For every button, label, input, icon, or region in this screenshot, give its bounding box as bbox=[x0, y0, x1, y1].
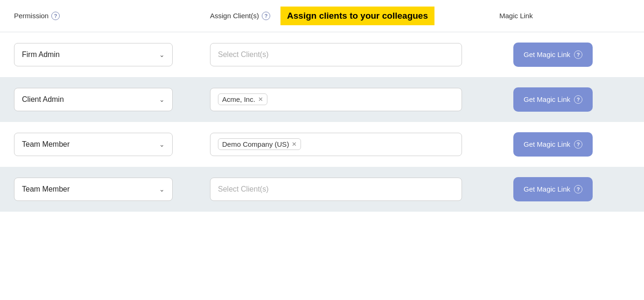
magic-link-button-1[interactable]: Get Magic Link ? bbox=[513, 43, 593, 67]
table-row: Team Member ⌄ Select Client(s) Get Magic… bbox=[0, 167, 644, 212]
permission-header: Permission ? bbox=[14, 7, 210, 25]
magic-link-cell: Get Magic Link ? bbox=[499, 132, 630, 157]
client-tag-demo: Demo Company (US) ✕ bbox=[218, 138, 301, 150]
magic-link-button-2-label: Get Magic Link bbox=[524, 95, 570, 103]
client-tag-acme-remove[interactable]: ✕ bbox=[258, 96, 263, 103]
table-row: Client Admin ⌄ Acme, Inc. ✕ Get Magic Li… bbox=[0, 77, 644, 122]
assign-clients-help-icon[interactable]: ? bbox=[262, 12, 270, 20]
permission-select-4[interactable]: Team Member ⌄ bbox=[14, 178, 173, 201]
client-select-1[interactable]: Select Client(s) bbox=[210, 43, 462, 66]
magic-link-help-icon-3: ? bbox=[574, 140, 582, 149]
magic-link-header: Magic Link bbox=[499, 7, 630, 25]
table-row: Firm Admin ⌄ Select Client(s) Get Magic … bbox=[0, 32, 644, 77]
magic-link-cell: Get Magic Link ? bbox=[499, 43, 630, 67]
chevron-down-icon: ⌄ bbox=[159, 51, 165, 58]
magic-link-button-2[interactable]: Get Magic Link ? bbox=[513, 87, 593, 112]
magic-link-cell: Get Magic Link ? bbox=[499, 87, 630, 112]
client-tag-demo-remove[interactable]: ✕ bbox=[292, 141, 297, 148]
client-cell: Select Client(s) bbox=[210, 43, 499, 66]
magic-link-header-label: Magic Link bbox=[499, 12, 533, 20]
client-cell: Acme, Inc. ✕ bbox=[210, 88, 499, 111]
client-tag-acme-label: Acme, Inc. bbox=[222, 95, 255, 103]
main-table: Permission ? Assign Client(s) ? Assign c… bbox=[0, 0, 644, 212]
table-row: Team Member ⌄ Demo Company (US) ✕ Get Ma… bbox=[0, 122, 644, 167]
magic-link-help-icon-2: ? bbox=[574, 95, 582, 104]
magic-link-button-3-label: Get Magic Link bbox=[524, 140, 570, 148]
permission-cell: Firm Admin ⌄ bbox=[14, 43, 210, 66]
chevron-down-icon: ⌄ bbox=[159, 186, 165, 193]
permission-cell: Team Member ⌄ bbox=[14, 178, 210, 201]
permission-select-3-value: Team Member bbox=[22, 140, 70, 149]
client-cell: Select Client(s) bbox=[210, 178, 499, 201]
permission-help-icon[interactable]: ? bbox=[51, 12, 60, 20]
client-tag-demo-label: Demo Company (US) bbox=[222, 140, 289, 148]
assign-clients-header-label: Assign Client(s) bbox=[210, 12, 259, 20]
magic-link-button-4-label: Get Magic Link bbox=[524, 185, 570, 193]
table-header: Permission ? Assign Client(s) ? Assign c… bbox=[0, 0, 644, 32]
permission-select-4-value: Team Member bbox=[22, 185, 70, 193]
permission-select-2-value: Client Admin bbox=[22, 95, 64, 104]
magic-link-button-4[interactable]: Get Magic Link ? bbox=[513, 177, 593, 201]
permission-select-3[interactable]: Team Member ⌄ bbox=[14, 133, 173, 156]
permission-cell: Client Admin ⌄ bbox=[14, 88, 210, 111]
client-cell: Demo Company (US) ✕ bbox=[210, 133, 499, 156]
client-select-4[interactable]: Select Client(s) bbox=[210, 178, 462, 201]
client-tag-acme: Acme, Inc. ✕ bbox=[218, 93, 267, 105]
permission-select-1-value: Firm Admin bbox=[22, 50, 60, 59]
highlight-banner: Assign clients to your colleagues bbox=[280, 7, 434, 25]
magic-link-help-icon-4: ? bbox=[574, 185, 582, 193]
client-select-1-placeholder: Select Client(s) bbox=[218, 50, 268, 59]
client-select-3[interactable]: Demo Company (US) ✕ bbox=[210, 133, 462, 156]
permission-cell: Team Member ⌄ bbox=[14, 133, 210, 156]
assign-clients-header: Assign Client(s) ? Assign clients to you… bbox=[210, 7, 499, 25]
client-select-2[interactable]: Acme, Inc. ✕ bbox=[210, 88, 462, 111]
client-select-4-placeholder: Select Client(s) bbox=[218, 185, 268, 193]
permission-header-label: Permission bbox=[14, 12, 49, 20]
magic-link-cell: Get Magic Link ? bbox=[499, 177, 630, 201]
permission-select-1[interactable]: Firm Admin ⌄ bbox=[14, 43, 173, 66]
highlight-text: Assign clients to your colleagues bbox=[287, 10, 428, 21]
chevron-down-icon: ⌄ bbox=[159, 141, 165, 148]
chevron-down-icon: ⌄ bbox=[159, 96, 165, 103]
magic-link-button-1-label: Get Magic Link bbox=[524, 50, 570, 58]
permission-select-2[interactable]: Client Admin ⌄ bbox=[14, 88, 173, 111]
magic-link-help-icon-1: ? bbox=[574, 50, 582, 59]
magic-link-button-3[interactable]: Get Magic Link ? bbox=[513, 132, 593, 157]
